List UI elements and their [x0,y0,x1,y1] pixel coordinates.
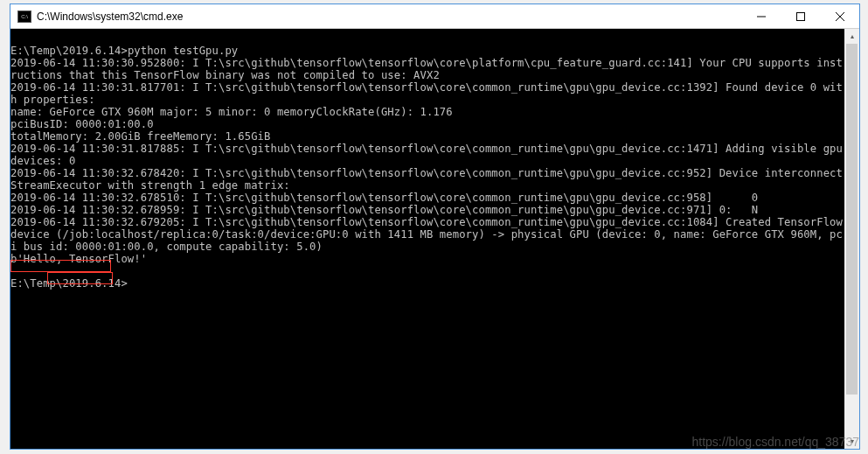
maximize-icon [796,12,805,21]
log-line: 2019-06-14 11:30:31.817701: I T:\src\git… [10,81,843,106]
cmd-window: C:\Windows\system32\cmd.exe E:\Temp\2019… [10,3,860,450]
log-line: 2019-06-14 11:30:32.678510: I T:\src\git… [10,192,758,204]
scroll-thumb[interactable] [846,44,858,395]
prompt-path: E:\Temp\2019.6.14> [10,45,128,57]
log-line: pciBusID: 0000:01:00.0 [10,118,154,130]
cmd-icon [17,10,31,23]
titlebar[interactable]: C:\Windows\system32\cmd.exe [10,4,859,29]
minimize-icon [757,12,766,21]
log-line: name: GeForce GTX 960M major: 5 minor: 0… [10,106,453,118]
svg-rect-1 [796,12,804,20]
scroll-track[interactable] [844,44,859,434]
chevron-down-icon: ▾ [851,437,854,445]
log-line: 2019-06-14 11:30:31.817885: I T:\src\git… [10,143,844,167]
log-line: totalMemory: 2.00GiB freeMemory: 1.65GiB [10,130,271,143]
log-line: b'Hello, TensorFlow!' [10,253,147,265]
log-line: 2019-06-14 11:30:32.678420: I T:\src\git… [10,167,844,192]
scroll-down-button[interactable]: ▾ [844,434,859,449]
terminal-output[interactable]: E:\Temp\2019.6.14>python testGpu.py 2019… [10,29,844,449]
minimize-button[interactable] [741,4,781,29]
prompt-path: E:\Temp\2019.6.14> [10,277,128,290]
window-title: C:\Windows\system32\cmd.exe [37,10,183,23]
chevron-up-icon: ▴ [851,32,854,40]
client-area: E:\Temp\2019.6.14>python testGpu.py 2019… [10,29,859,449]
scroll-up-button[interactable]: ▴ [844,29,859,44]
close-button[interactable] [820,4,859,29]
close-icon [836,12,844,21]
prompt-command: python testGpu.py [128,45,238,57]
maximize-button[interactable] [781,4,820,29]
log-line: 2019-06-14 11:30:32.679205: I T:\src\git… [10,216,844,253]
vertical-scrollbar[interactable]: ▴ ▾ [844,29,859,449]
log-line: 2019-06-14 11:30:30.952800: I T:\src\git… [10,57,843,81]
log-line: 2019-06-14 11:30:32.678959: I T:\src\git… [10,204,758,216]
